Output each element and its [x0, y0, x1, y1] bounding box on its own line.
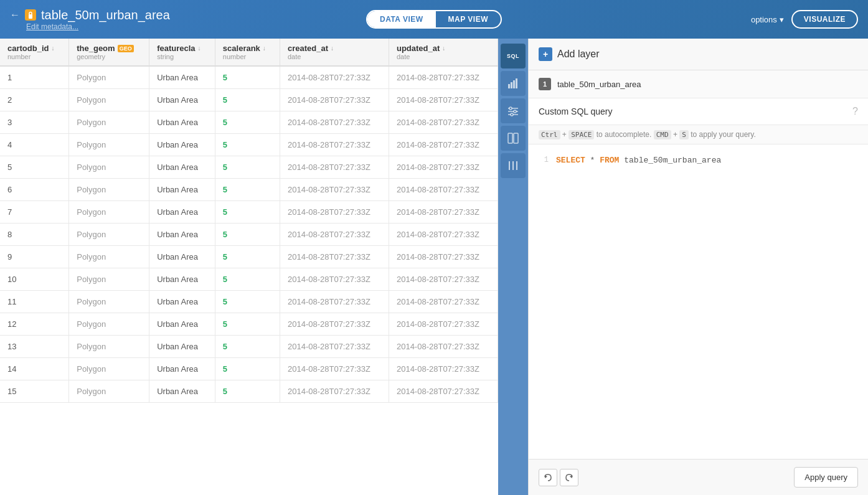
add-layer-icon[interactable]: +	[539, 47, 552, 61]
line-numbers: 1	[539, 154, 549, 449]
cell-id: 8	[0, 224, 69, 246]
cell-geom: Polygon	[69, 66, 149, 89]
cell-scale: 5	[215, 313, 280, 336]
svg-point-8	[514, 110, 516, 113]
cell-id: 3	[0, 111, 69, 134]
cell-id: 14	[0, 358, 69, 380]
layer-number: 1	[539, 78, 551, 90]
cell-geom: Polygon	[69, 291, 149, 313]
s-key: S	[679, 130, 689, 139]
sort-arrow-scalerank: ↓	[263, 45, 266, 52]
cell-updated: 2014-08-28T07:27:33Z	[389, 111, 498, 134]
cell-id: 15	[0, 380, 69, 403]
help-icon[interactable]: ?	[852, 106, 858, 117]
data-view-button[interactable]: DATA VIEW	[367, 11, 436, 27]
sql-select-keyword: SELECT	[556, 156, 585, 165]
cell-id: 5	[0, 156, 69, 179]
geo-badge: GEO	[118, 45, 134, 52]
cell-geom: Polygon	[69, 111, 149, 134]
redo-icon	[565, 473, 573, 482]
redo-button[interactable]	[560, 469, 578, 486]
column-icon	[507, 160, 519, 171]
table-row: 2 Polygon Urban Area 5 2014-08-28T07:27:…	[0, 89, 498, 111]
col-header-scalerank[interactable]: scalerank ↓ number	[215, 39, 280, 66]
cell-geom: Polygon	[69, 156, 149, 179]
cell-feature: Urban Area	[149, 66, 215, 89]
cell-id: 6	[0, 179, 69, 201]
cell-created: 2014-08-28T07:27:33Z	[280, 336, 389, 358]
cell-scale: 5	[215, 268, 280, 291]
cell-scale: 5	[215, 201, 280, 224]
cell-geom: Polygon	[69, 268, 149, 291]
col-header-cartodb-id[interactable]: cartodb_id ↓ number	[0, 39, 69, 66]
undo-redo-controls	[539, 469, 578, 486]
main-content: cartodb_id ↓ number the_geom GEO geometr…	[0, 39, 868, 495]
col-header-featurecla[interactable]: featurecla ↓ string	[149, 39, 215, 66]
col-header-created-at[interactable]: created_at ↓ date	[280, 39, 389, 66]
filter-tool-button[interactable]	[501, 98, 526, 123]
sql-tool-button[interactable]: SQL	[501, 44, 526, 68]
cell-updated: 2014-08-28T07:27:33Z	[389, 66, 498, 89]
layer-item[interactable]: 1 table_50m_urban_area	[529, 70, 868, 98]
cell-feature: Urban Area	[149, 156, 215, 179]
chart-tool-button[interactable]	[501, 71, 526, 96]
add-layer-panel: + Add layer 1 table_50m_urban_area Custo…	[528, 39, 868, 495]
cell-id: 7	[0, 201, 69, 224]
undo-button[interactable]	[539, 469, 557, 486]
cell-created: 2014-08-28T07:27:33Z	[280, 111, 389, 134]
cell-feature: Urban Area	[149, 111, 215, 134]
col-header-the-geom[interactable]: the_geom GEO geometry	[69, 39, 149, 66]
cell-created: 2014-08-28T07:27:33Z	[280, 268, 389, 291]
merge-tool-button[interactable]	[501, 126, 526, 151]
cell-geom: Polygon	[69, 224, 149, 246]
apply-query-button[interactable]: Apply query	[794, 467, 858, 488]
sql-editor-body[interactable]: 1 SELECT * FROM table_50m_urban_area	[529, 144, 868, 459]
cell-created: 2014-08-28T07:27:33Z	[280, 156, 389, 179]
cell-scale: 5	[215, 179, 280, 201]
svg-marker-19	[545, 475, 547, 478]
cell-geom: Polygon	[69, 380, 149, 403]
column-tool-button[interactable]	[501, 153, 526, 178]
cell-feature: Urban Area	[149, 134, 215, 156]
table-row: 10 Polygon Urban Area 5 2014-08-28T07:27…	[0, 268, 498, 291]
visualize-button[interactable]: VISUALIZE	[791, 10, 858, 29]
svg-point-11	[511, 113, 513, 116]
table-row: 12 Polygon Urban Area 5 2014-08-28T07:27…	[0, 313, 498, 336]
table-row: 13 Polygon Urban Area 5 2014-08-28T07:27…	[0, 336, 498, 358]
cell-updated: 2014-08-28T07:27:33Z	[389, 201, 498, 224]
cell-geom: Polygon	[69, 336, 149, 358]
cell-feature: Urban Area	[149, 380, 215, 403]
cell-updated: 2014-08-28T07:27:33Z	[389, 179, 498, 201]
cell-id: 10	[0, 268, 69, 291]
cell-created: 2014-08-28T07:27:33Z	[280, 66, 389, 89]
map-view-button[interactable]: MAP VIEW	[436, 11, 501, 27]
ctrl-key: Ctrl	[539, 130, 560, 139]
cell-geom: Polygon	[69, 134, 149, 156]
table-row: 3 Polygon Urban Area 5 2014-08-28T07:27:…	[0, 111, 498, 134]
cell-created: 2014-08-28T07:27:33Z	[280, 201, 389, 224]
cell-created: 2014-08-28T07:27:33Z	[280, 380, 389, 403]
add-layer-header: + Add layer	[529, 39, 868, 70]
data-table: cartodb_id ↓ number the_geom GEO geometr…	[0, 39, 498, 403]
cell-geom: Polygon	[69, 179, 149, 201]
options-button[interactable]: options ▾	[751, 15, 784, 24]
merge-icon	[507, 133, 519, 144]
chart-icon	[507, 78, 519, 89]
undo-icon	[544, 473, 552, 482]
cell-feature: Urban Area	[149, 291, 215, 313]
sql-footer: Apply query	[529, 459, 868, 495]
back-icon[interactable]: ←	[10, 9, 20, 21]
filter-icon	[507, 105, 519, 116]
sort-arrow-created: ↓	[331, 45, 334, 52]
cell-updated: 2014-08-28T07:27:33Z	[389, 336, 498, 358]
cell-created: 2014-08-28T07:27:33Z	[280, 246, 389, 268]
data-table-area: cartodb_id ↓ number the_geom GEO geometr…	[0, 39, 498, 495]
chevron-down-icon: ▾	[780, 15, 784, 24]
cell-updated: 2014-08-28T07:27:33Z	[389, 156, 498, 179]
cell-feature: Urban Area	[149, 268, 215, 291]
cell-id: 13	[0, 336, 69, 358]
svg-rect-1	[508, 84, 510, 88]
cell-updated: 2014-08-28T07:27:33Z	[389, 89, 498, 111]
cell-scale: 5	[215, 111, 280, 134]
col-header-updated-at[interactable]: updated_at ↓ date	[389, 39, 498, 66]
